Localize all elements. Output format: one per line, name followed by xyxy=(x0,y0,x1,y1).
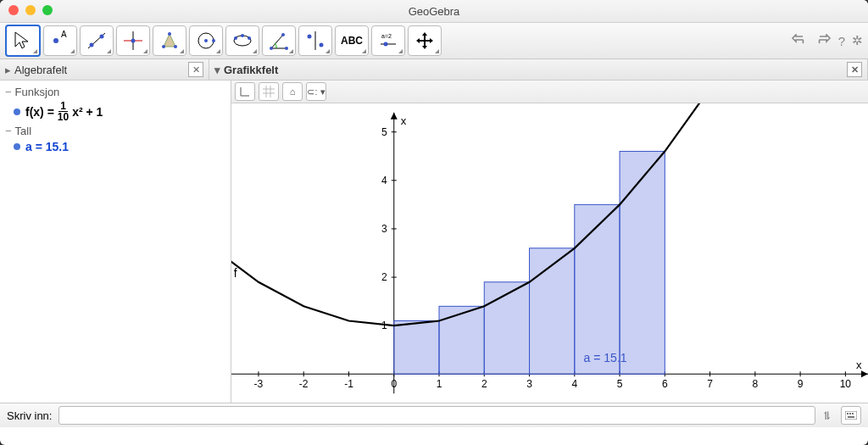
tool-angle[interactable] xyxy=(262,25,296,56)
tool-reflect[interactable] xyxy=(298,25,332,56)
svg-text:2: 2 xyxy=(481,378,487,390)
keyboard-button[interactable] xyxy=(841,406,861,425)
home-button[interactable]: ⌂ xyxy=(282,82,303,101)
graph-tab[interactable]: ▾ Grafikkfelt ✕ xyxy=(209,59,868,80)
tool-polygon[interactable] xyxy=(153,25,186,56)
svg-point-4 xyxy=(100,35,104,39)
chevron-right-icon: ▸ xyxy=(5,64,11,76)
svg-text:4: 4 xyxy=(381,175,387,186)
window-controls xyxy=(8,5,53,15)
grid-toggle-button[interactable] xyxy=(259,82,279,101)
svg-text:7: 7 xyxy=(707,378,713,390)
section-function[interactable]: −Funksjon xyxy=(5,86,225,98)
axes-toggle-button[interactable] xyxy=(235,82,255,101)
chevron-down-icon xyxy=(107,49,111,53)
fraction: 1 10 xyxy=(58,101,69,122)
tool-text[interactable]: ABC xyxy=(335,25,369,56)
close-panel-button[interactable]: ✕ xyxy=(847,62,862,77)
undo-button[interactable] xyxy=(791,34,808,48)
svg-marker-8 xyxy=(164,34,175,47)
input-bar: Skriv inn: ⥮ xyxy=(0,403,868,427)
chevron-down-icon xyxy=(253,49,257,53)
views-row: ▸ Algebrafelt ✕ ▾ Grafikkfelt ✕ xyxy=(0,59,868,81)
svg-rect-86 xyxy=(848,416,854,418)
plot-area[interactable]: -3-2-101234567891012345a = 15.1fxx xyxy=(231,103,868,403)
svg-text:-1: -1 xyxy=(344,378,353,390)
visibility-bullet-icon[interactable] xyxy=(14,143,20,150)
fraction-den: 10 xyxy=(58,112,69,122)
svg-text:2: 2 xyxy=(381,271,387,283)
svg-text:5: 5 xyxy=(617,378,623,390)
svg-point-16 xyxy=(234,36,237,40)
tool-conic[interactable] xyxy=(225,25,259,56)
algebra-item-f[interactable]: f(x) = 1 10 x² + 1 xyxy=(14,101,225,122)
chevron-down-icon xyxy=(362,49,366,53)
svg-point-21 xyxy=(285,47,288,50)
svg-text:a = 15.1: a = 15.1 xyxy=(583,351,626,364)
help-button[interactable]: ? xyxy=(838,34,845,48)
close-icon[interactable] xyxy=(8,5,19,15)
svg-point-7 xyxy=(131,39,136,43)
svg-text:0: 0 xyxy=(391,378,397,390)
svg-text:3: 3 xyxy=(526,378,532,390)
input-label: Skriv inn: xyxy=(7,409,52,422)
command-input[interactable] xyxy=(58,406,815,425)
svg-rect-75 xyxy=(530,248,575,375)
svg-point-9 xyxy=(162,45,165,48)
f-suffix: x² + 1 xyxy=(72,105,103,119)
svg-rect-74 xyxy=(484,282,529,375)
algebra-title: Algebrafelt xyxy=(14,64,67,76)
svg-point-23 xyxy=(308,35,312,39)
tool-perpendicular[interactable] xyxy=(116,25,150,56)
window-title: GeoGebra xyxy=(409,5,460,18)
svg-point-10 xyxy=(174,45,177,48)
chevron-down-icon xyxy=(435,49,439,53)
chevron-down-icon xyxy=(33,49,37,53)
toolbar-right: ? ✲ xyxy=(791,33,863,48)
chevron-down-icon xyxy=(398,49,403,53)
svg-text:5: 5 xyxy=(381,126,387,138)
chevron-down-icon xyxy=(289,49,293,53)
minimize-icon[interactable] xyxy=(25,5,36,15)
svg-point-17 xyxy=(241,34,244,37)
tool-move-view[interactable] xyxy=(408,25,442,56)
svg-rect-77 xyxy=(620,152,665,375)
svg-point-19 xyxy=(270,47,273,50)
tool-slider[interactable]: a=2 xyxy=(371,25,405,56)
visibility-bullet-icon[interactable] xyxy=(14,108,20,115)
svg-point-27 xyxy=(384,42,388,47)
settings-icon[interactable]: ✲ xyxy=(852,33,863,48)
svg-text:3: 3 xyxy=(381,223,387,235)
svg-text:6: 6 xyxy=(662,378,668,390)
tool-line[interactable] xyxy=(80,25,114,56)
maximize-icon[interactable] xyxy=(42,5,53,15)
tool-circle[interactable] xyxy=(189,25,223,56)
chevron-down-icon xyxy=(70,49,75,53)
titlebar: GeoGebra xyxy=(0,0,868,23)
svg-rect-76 xyxy=(575,204,620,374)
algebra-tab[interactable]: ▸ Algebrafelt ✕ xyxy=(0,59,209,80)
f-prefix: f(x) = xyxy=(25,105,54,119)
plot-svg: -3-2-101234567891012345a = 15.1fxx xyxy=(231,103,868,403)
svg-text:f: f xyxy=(234,266,237,280)
algebra-item-a[interactable]: a = 15.1 xyxy=(14,140,225,153)
chevron-down-icon xyxy=(326,49,330,53)
chevron-down-icon xyxy=(143,49,147,53)
svg-point-3 xyxy=(90,43,94,47)
svg-rect-73 xyxy=(439,306,484,374)
svg-rect-83 xyxy=(847,413,849,414)
snap-button[interactable]: ⊂: ▾ xyxy=(306,82,326,101)
graph-panel: ⌂ ⊂: ▾ -3-2-101234567891012345a = 15.1fx… xyxy=(231,81,868,403)
svg-point-18 xyxy=(248,36,251,40)
tool-move[interactable] xyxy=(5,25,41,57)
tool-point[interactable]: A xyxy=(43,25,77,56)
svg-point-13 xyxy=(204,39,208,42)
svg-text:-2: -2 xyxy=(299,378,309,390)
svg-text:4: 4 xyxy=(571,378,577,390)
main-body: −Funksjon f(x) = 1 10 x² + 1 −Tall a = 1… xyxy=(0,81,868,403)
history-stepper[interactable]: ⥮ xyxy=(822,409,834,422)
redo-button[interactable] xyxy=(815,34,832,48)
svg-text:-3: -3 xyxy=(254,378,264,390)
close-panel-button[interactable]: ✕ xyxy=(188,62,203,77)
section-number[interactable]: −Tall xyxy=(5,125,225,137)
